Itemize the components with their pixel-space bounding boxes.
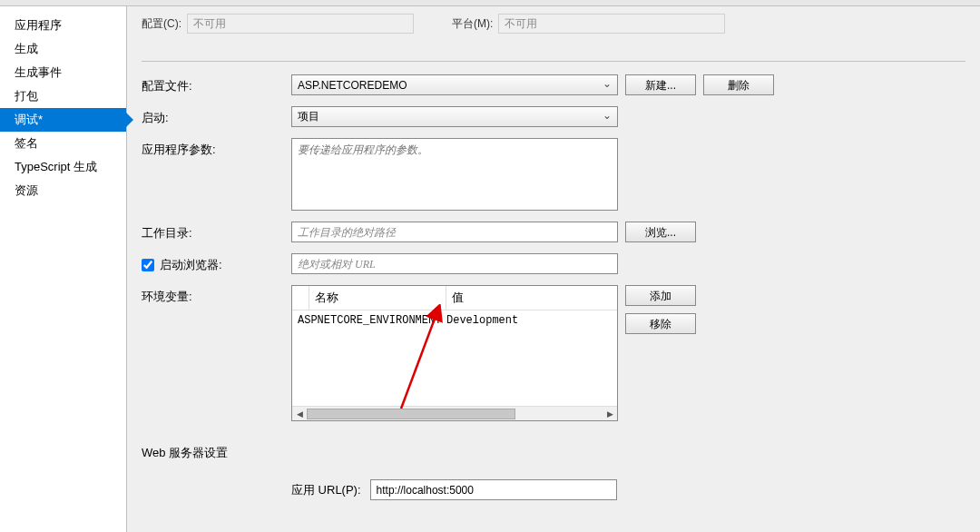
env-cell-value: Development	[446, 314, 617, 327]
sidebar-item-build-events[interactable]: 生成事件	[0, 61, 126, 84]
sidebar-item-debug[interactable]: 调试*	[0, 108, 126, 132]
app-url-input[interactable]	[370, 479, 617, 500]
main: 应用程序 生成 生成事件 打包 调试* 签名 TypeScript 生成 资源 …	[0, 6, 980, 532]
env-scrollbar[interactable]: ◀ ▶	[292, 406, 617, 420]
env-table[interactable]: 名称 值 ASPNETCORE_ENVIRONMENT Development …	[291, 285, 618, 421]
platform-label: 平台(M):	[452, 16, 493, 32]
env-body: ASPNETCORE_ENVIRONMENT Development	[292, 310, 617, 406]
launch-browser-label[interactable]: 启动浏览器:	[142, 253, 291, 273]
scroll-thumb[interactable]	[307, 409, 515, 419]
browse-button[interactable]: 浏览...	[625, 222, 696, 242]
sidebar-item-build[interactable]: 生成	[0, 37, 126, 61]
sidebar: 应用程序 生成 生成事件 打包 调试* 签名 TypeScript 生成 资源	[0, 6, 127, 532]
env-cell-name: ASPNETCORE_ENVIRONMENT	[298, 314, 446, 327]
env-col-name: 名称	[309, 286, 446, 310]
launch-label: 启动:	[142, 106, 291, 126]
config-platform-row: 配置(C): 不可用 平台(M): 不可用	[142, 6, 965, 61]
sidebar-item-package[interactable]: 打包	[0, 84, 126, 108]
sidebar-item-app[interactable]: 应用程序	[0, 14, 126, 37]
profile-label: 配置文件:	[142, 74, 291, 94]
launch-browser-url-input[interactable]	[291, 253, 618, 274]
profile-combo[interactable]: ASP.NETCOREDEMO	[291, 74, 618, 95]
env-row[interactable]: ASPNETCORE_ENVIRONMENT Development	[292, 312, 617, 329]
scroll-right-icon[interactable]: ▶	[603, 408, 617, 420]
content-pane: 配置(C): 不可用 平台(M): 不可用 配置文件: ASP.NETCORED…	[127, 6, 980, 532]
launch-browser-checkbox[interactable]	[142, 259, 154, 271]
delete-profile-button[interactable]: 删除	[703, 74, 774, 95]
sidebar-item-typescript[interactable]: TypeScript 生成	[0, 155, 126, 179]
app-url-label: 应用 URL(P):	[291, 482, 361, 498]
launch-browser-text: 启动浏览器:	[160, 257, 222, 273]
env-header: 名称 值	[292, 286, 617, 310]
workdir-label: 工作目录:	[142, 222, 291, 241]
config-label: 配置(C):	[142, 16, 181, 32]
launch-combo[interactable]: 项目	[291, 106, 618, 127]
args-label: 应用程序参数:	[142, 138, 291, 158]
add-env-button[interactable]: 添加	[625, 285, 696, 306]
debug-section: 配置文件: ASP.NETCOREDEMO 新建... 删除 启动: 项目 应用…	[142, 61, 965, 500]
sidebar-item-signing[interactable]: 签名	[0, 132, 126, 155]
web-server-section-title: Web 服务器设置	[142, 432, 291, 467]
scroll-left-icon[interactable]: ◀	[292, 408, 307, 420]
new-profile-button[interactable]: 新建...	[625, 74, 696, 95]
workdir-input[interactable]	[291, 222, 618, 242]
sidebar-item-resources[interactable]: 资源	[0, 179, 126, 202]
remove-env-button[interactable]: 移除	[625, 313, 696, 334]
tab-strip	[0, 0, 980, 6]
args-input[interactable]	[291, 138, 618, 211]
config-combo: 不可用	[187, 14, 414, 34]
platform-combo: 不可用	[498, 14, 725, 34]
env-col-value: 值	[446, 286, 617, 310]
env-label: 环境变量:	[142, 285, 291, 305]
